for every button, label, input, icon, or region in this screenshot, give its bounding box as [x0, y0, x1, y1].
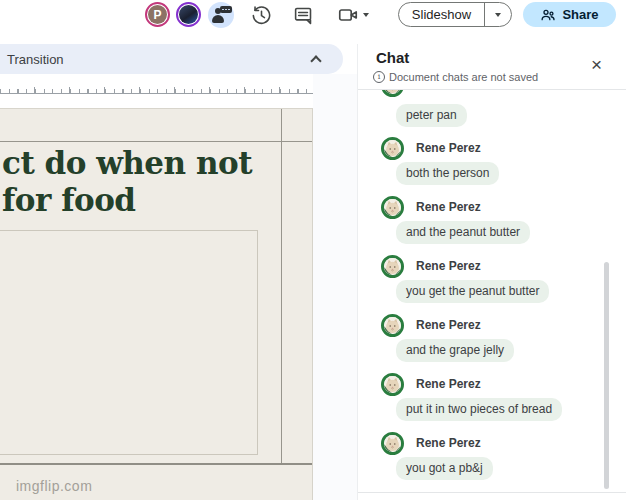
- comment-icon: [293, 5, 314, 26]
- chat-message-bubble: peter pan: [396, 104, 467, 127]
- top-bar: P: [0, 0, 626, 44]
- typing-bubble-icon: [220, 6, 232, 13]
- cat-avatar-image: [384, 376, 401, 393]
- chat-footer-divider: [358, 492, 626, 493]
- sender-avatar: [381, 314, 404, 337]
- chat-message: Rene Perez and the peanut butter: [358, 190, 626, 249]
- chat-message-bubble: and the grape jelly: [396, 339, 514, 362]
- collaborator-avatar-photo[interactable]: [176, 2, 201, 27]
- cat-avatar-image: [384, 317, 401, 334]
- present-to-meeting-button[interactable]: [334, 2, 372, 28]
- history-icon: [251, 5, 272, 26]
- chat-message-bubble: and the peanut butter: [396, 221, 530, 244]
- title-line-1: ct do when not: [2, 145, 252, 182]
- google-slides-window: P: [0, 0, 626, 500]
- chat-scrollbar-thumb[interactable]: [604, 262, 609, 489]
- slide-title-text[interactable]: ct do when not for food: [2, 145, 252, 219]
- chevron-up-icon[interactable]: [310, 55, 321, 66]
- chat-message-bubble: both the person: [396, 162, 499, 185]
- people-icon: [540, 7, 556, 23]
- close-icon[interactable]: ×: [591, 55, 602, 75]
- comments-button[interactable]: [290, 2, 316, 28]
- chevron-down-icon: [495, 13, 501, 17]
- transition-panel-bar[interactable]: Transition: [0, 44, 343, 74]
- cat-avatar-image: [384, 90, 401, 94]
- chat-message-list: peter pan: [358, 90, 626, 492]
- slideshow-button[interactable]: Slideshow: [399, 3, 485, 26]
- chat-sender-name: Rene Perez: [416, 259, 481, 273]
- slideshow-label: Slideshow: [412, 7, 471, 22]
- chat-sender-name: Rene Perez: [416, 377, 481, 391]
- chat-notice-text: Document chats are not saved: [389, 71, 538, 83]
- chat-message: Rene Perez put it in two pieces of bread: [358, 367, 626, 426]
- slide-border-line: [0, 141, 312, 142]
- chat-sender-name: Rene Perez: [416, 318, 481, 332]
- share-label: Share: [562, 7, 598, 22]
- slide-canvas[interactable]: ct do when not for food: [0, 108, 313, 500]
- collaborator-avatar-p[interactable]: P: [145, 2, 170, 27]
- chat-message-bubble: you get the peanut butter: [396, 280, 549, 303]
- chat-sender-name: Rene Perez: [416, 141, 481, 155]
- cat-avatar-image: [384, 199, 401, 216]
- slideshow-options-button[interactable]: [485, 3, 511, 26]
- chat-header: Chat i Document chats are not saved ×: [358, 44, 626, 90]
- avatar-initial: P: [153, 8, 161, 22]
- chat-sender-name: Rene Perez: [416, 436, 481, 450]
- transition-label: Transition: [7, 52, 64, 67]
- slide-border-line: [0, 463, 312, 465]
- slideshow-split-button: Slideshow: [398, 2, 512, 27]
- chat-message: Rene Perez both the person: [358, 131, 626, 190]
- video-camera-icon: [337, 4, 359, 26]
- chat-message-bubble: you got a pb&j: [396, 457, 493, 480]
- chat-panel: Chat i Document chats are not saved ×: [357, 44, 626, 500]
- title-line-2: for food: [2, 182, 252, 219]
- person-icon: [212, 15, 224, 23]
- sender-avatar: [381, 90, 404, 97]
- cat-avatar-image: [384, 140, 401, 157]
- sender-avatar: [381, 196, 404, 219]
- sender-avatar: [381, 137, 404, 160]
- chat-message: Rene Perez you got a pb&j: [358, 426, 626, 485]
- chat-sender-name: Rene Perez: [416, 200, 481, 214]
- cat-avatar-image: [384, 435, 401, 452]
- chat-notice: i Document chats are not saved: [373, 71, 538, 83]
- share-button[interactable]: Share: [523, 2, 616, 27]
- info-icon: i: [373, 71, 385, 83]
- ruler-numbers: [0, 74, 343, 93]
- join-chat-presence-button[interactable]: [208, 2, 234, 28]
- sender-avatar: [381, 432, 404, 455]
- cat-avatar-image: [384, 258, 401, 275]
- horizontal-ruler: [0, 74, 343, 94]
- slide-text-placeholder-box[interactable]: [0, 230, 258, 455]
- imgflip-watermark: imgflip.com: [16, 478, 92, 494]
- chat-panel-title: Chat: [376, 49, 409, 66]
- chat-message-bubble: put it in two pieces of bread: [396, 398, 562, 421]
- slide-border-line: [281, 109, 282, 464]
- version-history-button[interactable]: [248, 2, 274, 28]
- chat-message: peter pan: [358, 90, 626, 131]
- chevron-down-icon: [363, 13, 369, 17]
- canvas-background: [313, 74, 357, 500]
- chat-message: Rene Perez and the grape jelly: [358, 308, 626, 367]
- chat-message: Rene Perez you get the peanut butter: [358, 249, 626, 308]
- sender-avatar: [381, 373, 404, 396]
- sender-avatar: [381, 255, 404, 278]
